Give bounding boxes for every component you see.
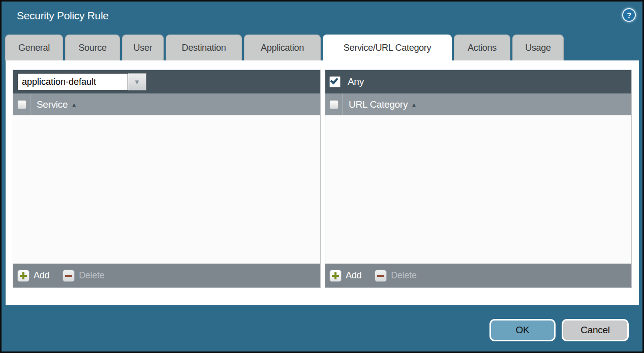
tab-usage[interactable]: Usage (512, 35, 564, 60)
any-label: Any (348, 76, 364, 87)
service-add-button[interactable]: Add (17, 270, 49, 282)
delete-minus-icon (63, 270, 75, 282)
service-footer: Add Delete (13, 264, 320, 287)
url-category-panel: Any URL Category ▲ Add Delete (325, 70, 632, 288)
service-table-header: Service ▲ (13, 93, 320, 115)
dialog-title: Security Policy Rule (17, 10, 109, 22)
url-category-header-checkcell (325, 93, 343, 115)
url-category-footer: Add Delete (325, 264, 631, 287)
cancel-button[interactable]: Cancel (562, 319, 629, 341)
tab-user[interactable]: User (122, 35, 164, 60)
delete-label: Delete (391, 270, 416, 281)
security-policy-rule-dialog: Security Policy Rule ? GeneralSourceUser… (0, 0, 644, 353)
any-checkbox[interactable] (329, 76, 341, 87)
tab-bar: GeneralSourceUserDestinationApplicationS… (5, 35, 564, 60)
service-header-checkcell (13, 93, 30, 115)
add-plus-icon (17, 270, 29, 282)
tab-source[interactable]: Source (65, 35, 120, 60)
url-category-select-all-checkbox[interactable] (329, 100, 339, 109)
tab-application[interactable]: Application (244, 35, 321, 60)
add-label: Add (34, 270, 49, 281)
delete-minus-icon (375, 270, 387, 282)
tab-service-url-category[interactable]: Service/URL Category (323, 35, 452, 60)
dropdown-trigger-button[interactable]: ▼ (128, 73, 146, 90)
url-category-delete-button[interactable]: Delete (375, 270, 416, 282)
tab-general[interactable]: General (5, 35, 63, 60)
add-label: Add (346, 270, 361, 281)
sort-ascending-icon[interactable]: ▲ (71, 102, 77, 108)
add-plus-icon (329, 270, 342, 282)
service-column-header[interactable]: Service (37, 99, 68, 110)
tab-destination[interactable]: Destination (166, 35, 242, 60)
delete-label: Delete (79, 270, 104, 281)
service-panel: ▼ Service ▲ Add Delete (13, 70, 321, 288)
service-list (13, 115, 320, 264)
service-type-input[interactable] (17, 73, 128, 90)
service-toolbar: ▼ (13, 70, 320, 93)
url-category-table-header: URL Category ▲ (325, 93, 631, 115)
url-category-add-button[interactable]: Add (329, 270, 361, 282)
question-mark-glyph: ? (627, 11, 631, 19)
url-category-column-header[interactable]: URL Category (349, 99, 408, 110)
service-select-all-checkbox[interactable] (17, 100, 26, 109)
tab-actions[interactable]: Actions (454, 35, 510, 60)
service-delete-button[interactable]: Delete (63, 270, 104, 282)
ok-button[interactable]: OK (489, 319, 556, 341)
chevron-down-icon: ▼ (134, 78, 140, 86)
dialog-content: ▼ Service ▲ Add Delete (6, 60, 639, 305)
help-icon[interactable]: ? (622, 8, 636, 22)
url-category-list (325, 115, 631, 264)
sort-ascending-icon[interactable]: ▲ (411, 102, 417, 108)
url-category-toolbar: Any (325, 70, 631, 93)
checkmark-icon (330, 76, 338, 84)
service-type-dropdown: ▼ (17, 73, 146, 90)
